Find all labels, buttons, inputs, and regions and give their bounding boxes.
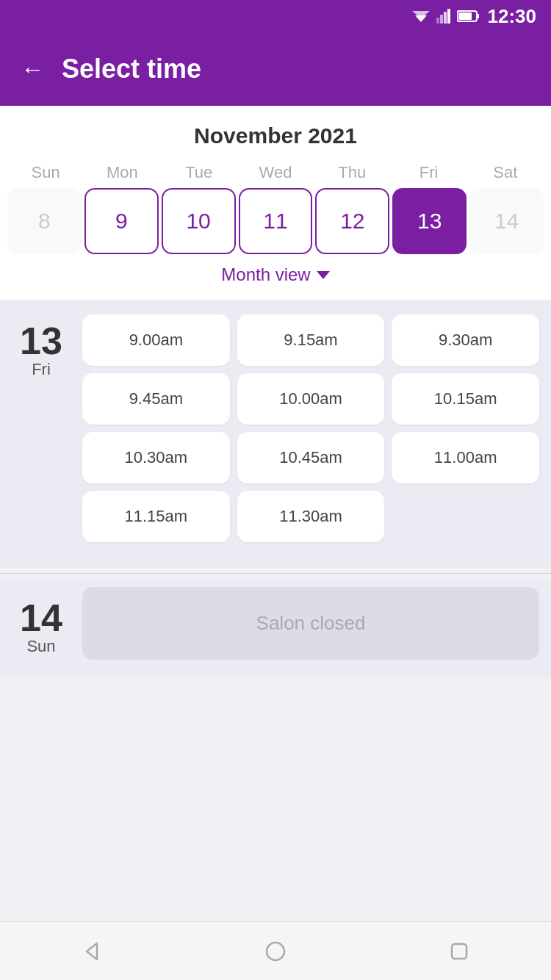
time-section-13: 13 Fri 9.00am 9.15am 9.30am 9.45am 10.00… [0, 300, 551, 567]
slot-930am[interactable]: 9.30am [392, 314, 539, 366]
day-14[interactable]: 14 [469, 188, 544, 254]
month-year-label: November 2021 [0, 123, 551, 148]
slot-900am[interactable]: 9.00am [82, 314, 230, 366]
app-header: ← Select time [0, 32, 551, 106]
svg-marker-1 [412, 11, 430, 18]
day-13-number: 13 [20, 322, 62, 360]
salon-closed-text: Salon closed [256, 612, 366, 634]
slot-1100am[interactable]: 11.00am [392, 432, 539, 483]
weekday-wed: Wed [237, 163, 314, 182]
svg-rect-5 [447, 9, 450, 24]
day-13-label: 13 Fri [12, 314, 71, 542]
day-12[interactable]: 12 [315, 188, 389, 254]
status-time: 12:30 [488, 5, 537, 28]
weekday-fri: Fri [390, 163, 467, 182]
salon-closed-box: Salon closed [82, 587, 539, 660]
svg-rect-4 [444, 12, 447, 24]
slot-945am[interactable]: 9.45am [82, 373, 230, 425]
nav-recents-button[interactable] [437, 929, 481, 973]
day-14-row: 14 Sun Salon closed [12, 587, 539, 660]
slot-1030am[interactable]: 10.30am [82, 432, 230, 483]
nav-home-button[interactable] [253, 929, 298, 973]
time-section-14: 14 Sun Salon closed [0, 580, 551, 677]
day-9[interactable]: 9 [84, 188, 159, 254]
weekday-sun: Sun [7, 163, 84, 182]
nav-home-icon [264, 940, 287, 962]
slot-1130am[interactable]: 11.30am [237, 491, 385, 542]
day-8[interactable]: 8 [7, 188, 82, 254]
wifi-icon [411, 9, 431, 24]
svg-rect-11 [452, 944, 467, 959]
day-10[interactable]: 10 [162, 188, 236, 254]
nav-back-button[interactable] [70, 929, 114, 973]
slot-1000am[interactable]: 10.00am [237, 373, 385, 425]
svg-point-10 [267, 943, 284, 960]
svg-rect-7 [477, 14, 479, 18]
day-13-row: 13 Fri 9.00am 9.15am 9.30am 9.45am 10.00… [12, 314, 539, 542]
svg-rect-8 [458, 12, 472, 20]
status-bar: 12:30 [0, 0, 551, 32]
svg-rect-3 [440, 15, 443, 24]
day-14-number: 14 [20, 599, 62, 637]
day-14-name: Sun [26, 637, 55, 656]
month-view-toggle[interactable]: Month view [0, 254, 551, 288]
page-title: Select time [62, 54, 201, 84]
section-divider [0, 573, 551, 574]
day-14-label: 14 Sun [12, 591, 71, 656]
chevron-down-icon [317, 271, 330, 279]
day-13[interactable]: 13 [392, 188, 467, 254]
signal-icon [436, 9, 451, 24]
day-11[interactable]: 11 [239, 188, 313, 254]
svg-marker-9 [87, 943, 97, 959]
month-view-label: Month view [221, 264, 310, 285]
days-row: 8 9 10 11 12 13 14 [0, 188, 551, 254]
slot-1045am[interactable]: 10.45am [237, 432, 385, 483]
weekday-mon: Mon [84, 163, 160, 182]
slot-1115am[interactable]: 11.15am [82, 491, 230, 542]
back-button[interactable]: ← [21, 56, 44, 83]
calendar-section: November 2021 Sun Mon Tue Wed Thu Fri Sa… [0, 106, 551, 300]
slot-1015am[interactable]: 10.15am [392, 373, 539, 425]
status-icons [411, 9, 480, 24]
svg-rect-2 [436, 18, 439, 24]
day-13-name: Fri [32, 360, 51, 379]
weekday-sat: Sat [467, 163, 544, 182]
bottom-nav [0, 921, 551, 980]
weekday-tue: Tue [161, 163, 237, 182]
slot-915am[interactable]: 9.15am [237, 314, 385, 366]
nav-recents-icon [448, 940, 470, 962]
nav-back-icon [81, 940, 103, 962]
weekday-thu: Thu [314, 163, 390, 182]
battery-icon [457, 10, 480, 23]
weekday-row: Sun Mon Tue Wed Thu Fri Sat [0, 163, 551, 182]
slots-grid-13: 9.00am 9.15am 9.30am 9.45am 10.00am 10.1… [82, 314, 539, 542]
